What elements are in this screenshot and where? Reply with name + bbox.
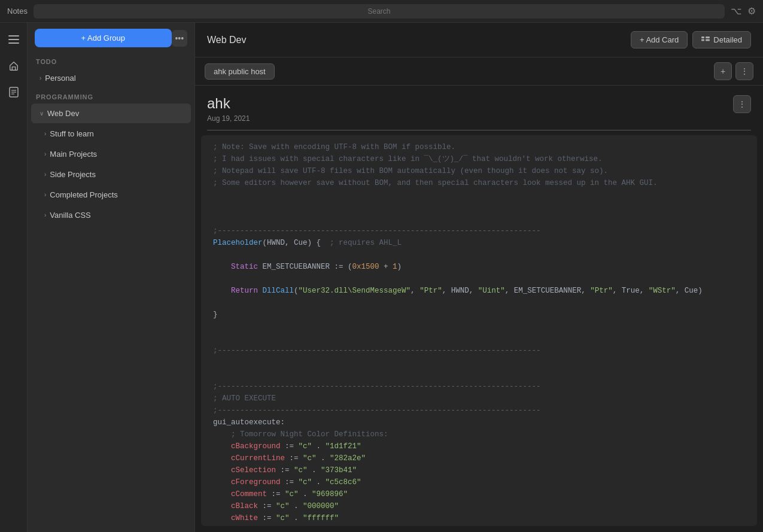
app-title: Notes — [7, 7, 28, 16]
chevron-icon: › — [44, 171, 46, 178]
filter-icon[interactable]: ⌥ — [731, 5, 741, 17]
sidebar-item-label: Stuff to learn — [50, 129, 93, 138]
section-label-todo: TODO — [28, 53, 194, 68]
home-button[interactable] — [3, 55, 25, 77]
sidebar-item-stuff-to-learn[interactable]: › Stuff to learn — [31, 124, 191, 144]
note-title-block: ahk Aug 19, 2021 — [207, 95, 250, 123]
sidebar-item-label: Main Projects — [50, 150, 97, 159]
content-header: Web Dev + Add Card Detailed — [195, 23, 763, 57]
note-meta: ahk Aug 19, 2021 ⋮ — [195, 86, 763, 125]
chevron-icon: › — [44, 130, 46, 137]
more-button[interactable]: ••• — [172, 30, 187, 47]
sidebar-item-label: Side Projects — [50, 170, 96, 179]
code-area[interactable]: ; Note: Save with encoding UTF-8 with BO… — [201, 135, 757, 526]
settings-icon[interactable]: ⚙ — [747, 5, 756, 17]
detailed-label: Detailed — [713, 35, 742, 44]
sidebar-item-completed-projects[interactable]: › Completed Projects — [31, 185, 191, 205]
sidebar-item-label: Vanilla CSS — [50, 211, 90, 220]
svg-rect-2 — [8, 42, 19, 44]
chevron-icon: › — [39, 75, 41, 81]
sidebar-item-vanilla-css[interactable]: › Vanilla CSS — [31, 205, 191, 225]
note-tabs: ahk public host + ⋮ — [195, 57, 763, 86]
chevron-icon: › — [44, 212, 46, 218]
sidebar-item-main-projects[interactable]: › Main Projects — [31, 144, 191, 164]
note-date: Aug 19, 2021 — [207, 114, 250, 123]
content-title: Web Dev — [207, 35, 247, 45]
add-card-button[interactable]: + Add Card — [631, 31, 688, 48]
sidebar-scroll: TODO › Personal PROGRAMMING ∨ Web Dev › … — [28, 53, 194, 532]
svg-rect-0 — [8, 35, 19, 37]
more-tabs-button[interactable]: ⋮ — [735, 62, 753, 80]
title-bar: Notes ⌥ ⚙ — [0, 0, 763, 23]
sidebar-item-label: Web Dev — [47, 109, 79, 118]
search-input[interactable] — [38, 7, 720, 16]
sidebar-item-side-projects[interactable]: › Side Projects — [31, 165, 191, 184]
sidebar-item-webdev[interactable]: ∨ Web Dev — [31, 104, 191, 123]
add-group-button[interactable]: + Add Group — [35, 29, 172, 47]
content-area: Web Dev + Add Card Detailed ahk public h… — [195, 23, 763, 532]
note-title: ahk — [207, 95, 250, 112]
header-buttons: + Add Card Detailed — [631, 31, 751, 48]
sidebar-item-label: Personal — [45, 74, 75, 83]
svg-rect-10 — [706, 39, 710, 41]
sidebar-item-personal[interactable]: › Personal — [31, 68, 191, 88]
notes-button[interactable] — [3, 81, 25, 103]
note-panel: ahk public host + ⋮ ahk Aug 19, 2021 ⋮ ;… — [195, 57, 763, 532]
chevron-icon: › — [44, 191, 46, 198]
chevron-icon: › — [44, 151, 46, 157]
note-tab[interactable]: ahk public host — [205, 63, 275, 80]
svg-rect-1 — [8, 39, 19, 40]
svg-rect-9 — [706, 37, 710, 38]
svg-rect-7 — [701, 37, 704, 38]
svg-rect-8 — [701, 39, 704, 41]
detailed-button[interactable]: Detailed — [692, 31, 751, 48]
search-bar[interactable] — [34, 4, 725, 19]
chevron-down-icon: ∨ — [39, 110, 44, 117]
section-label-programming: PROGRAMMING — [28, 89, 194, 103]
sidebar-header: + Add Group ••• — [28, 23, 194, 53]
menu-button[interactable] — [3, 29, 25, 50]
sidebar: + Add Group ••• TODO › Personal PROGRAMM… — [28, 23, 195, 532]
sidebar-item-label: Completed Projects — [50, 190, 117, 199]
main-layout: + Add Group ••• TODO › Personal PROGRAMM… — [0, 23, 763, 532]
add-tab-button[interactable]: + — [714, 62, 732, 80]
note-more-button[interactable]: ⋮ — [733, 95, 751, 113]
note-divider — [207, 130, 751, 130]
icon-panel — [0, 23, 28, 532]
note-tab-actions: + ⋮ — [714, 62, 753, 80]
